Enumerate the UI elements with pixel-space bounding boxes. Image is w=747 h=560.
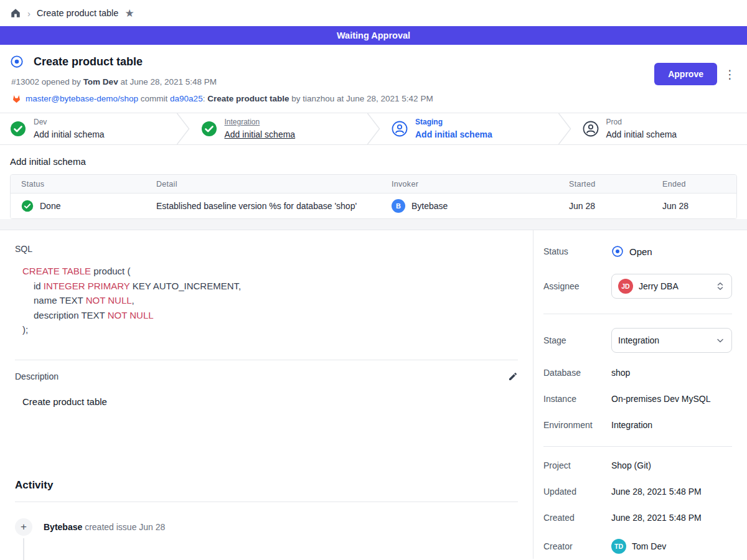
- stage-select[interactable]: Integration: [611, 328, 732, 353]
- activity-actor: Bytebase: [44, 522, 82, 532]
- issue-header: Create product table #13002 opened by To…: [0, 45, 747, 113]
- issue-meta: #13002 opened by Tom Dev at June 28, 202…: [11, 77, 737, 86]
- creator-row: Creator TD Tom Dev: [543, 539, 732, 554]
- description-label: Description: [15, 371, 59, 381]
- assignee-avatar: JD: [618, 279, 633, 294]
- bookmark-star-icon[interactable]: ★: [125, 7, 134, 20]
- approve-button[interactable]: Approve: [654, 63, 717, 85]
- edit-pencil-icon[interactable]: [508, 371, 518, 381]
- description-text: Create product table: [22, 396, 518, 407]
- stage-dev[interactable]: Dev Add initial schema: [0, 113, 175, 144]
- commit-hash-link[interactable]: da90a25: [170, 94, 203, 103]
- environment-value: Integration: [611, 420, 652, 430]
- stage-pending-approval-icon: [392, 121, 408, 137]
- assignee-select[interactable]: JD Jerry DBA: [611, 274, 732, 299]
- main-column: SQL CREATE TABLE product ( id INTEGER PR…: [0, 230, 533, 559]
- approval-banner: Waiting Approval: [0, 26, 747, 45]
- instance-label: Instance: [543, 394, 611, 404]
- stage-task-label[interactable]: Add initial schema: [225, 128, 296, 141]
- commit-by: by tianzhou at June 28, 2021 5:42 PM: [291, 94, 433, 103]
- more-actions-icon[interactable]: ⋮: [724, 63, 736, 85]
- assignee-label: Assignee: [543, 281, 611, 291]
- assignee-row: Assignee JD Jerry DBA: [543, 274, 732, 299]
- sql-line: );: [22, 322, 518, 337]
- approval-banner-text: Waiting Approval: [337, 30, 410, 40]
- stage-separator-icon: [365, 113, 382, 144]
- stage-staging[interactable]: Staging Add initial schema: [382, 113, 557, 144]
- status-label: Status: [543, 246, 611, 256]
- activity-item: + Bytebase created issue Jun 28: [15, 518, 518, 536]
- issue-id-opened: #13002 opened by: [11, 77, 81, 86]
- add-comment-icon[interactable]: +: [15, 518, 32, 536]
- creator-label: Creator: [543, 541, 611, 551]
- database-label: Database: [543, 368, 611, 378]
- table-header: Status Detail Invoker Started Ended: [11, 175, 736, 194]
- project-label: Project: [543, 460, 611, 470]
- stage-done-icon: [201, 121, 217, 137]
- issue-opened-time: at June 28, 2021 5:48 PM: [120, 77, 217, 86]
- issue-author: Tom Dev: [83, 77, 118, 86]
- stage-task-label: Add initial schema: [34, 128, 105, 141]
- sidebar-divider: [543, 314, 732, 314]
- stage-integration[interactable]: Integration Add initial schema: [191, 113, 366, 144]
- stage-prod[interactable]: Prod Add initial schema: [573, 113, 747, 144]
- timeline-connector: [23, 538, 24, 560]
- status-row: Status Open: [543, 245, 732, 258]
- environment-label: Environment: [543, 420, 611, 430]
- stage-env-label: Prod: [606, 117, 677, 128]
- task-table: Status Detail Invoker Started Ended Done…: [10, 174, 737, 219]
- task-started: Jun 28: [558, 201, 652, 211]
- status-open-icon: [611, 245, 624, 258]
- updated-label: Updated: [543, 487, 611, 497]
- stage-task-label: Add initial schema: [415, 128, 492, 141]
- commit-text: master@bytebase-demo/shop commit da90a25…: [26, 94, 433, 103]
- updated-row: Updated June 28, 2021 5:48 PM: [543, 487, 732, 497]
- database-row: Database shop: [543, 368, 732, 378]
- stage-task-label: Add initial schema: [606, 128, 677, 141]
- section-gap: [0, 219, 747, 230]
- task-section: Add initial schema Status Detail Invoker…: [0, 145, 747, 219]
- task-ended: Jun 28: [652, 201, 736, 211]
- activity-heading: Activity: [15, 479, 518, 492]
- sql-line: CREATE TABLE product (: [22, 264, 518, 279]
- stage-label: Stage: [543, 335, 611, 345]
- task-status: Done: [40, 201, 60, 211]
- instance-value: On-premises Dev MySQL: [611, 394, 710, 404]
- breadcrumb-page-title: Create product table: [37, 8, 118, 18]
- stage-env-label: Dev: [34, 117, 105, 128]
- repo-link[interactable]: master@bytebase-demo/shop: [26, 94, 138, 103]
- col-detail: Detail: [146, 180, 381, 189]
- activity-text: Bytebase created issue Jun 28: [44, 522, 165, 532]
- home-icon[interactable]: [10, 7, 21, 19]
- stage-env-label[interactable]: Integration: [225, 117, 296, 128]
- creator-avatar: TD: [611, 539, 626, 554]
- stage-pending-approval-icon: [583, 121, 599, 137]
- created-label: Created: [543, 513, 611, 523]
- stage-done-icon: [10, 121, 26, 137]
- task-detail: Established baseline version %s for data…: [146, 201, 381, 211]
- sql-label: SQL: [15, 244, 518, 254]
- issue-sidebar: Status Open Assignee JD Jerry DBA: [533, 230, 747, 559]
- done-check-icon: [21, 200, 34, 212]
- sidebar-divider: [543, 446, 732, 447]
- project-value: Shop (Git): [611, 460, 651, 470]
- col-invoker: Invoker: [381, 180, 558, 189]
- commit-message: Create product table: [207, 94, 289, 103]
- pipeline: Dev Add initial schema Integration Add i…: [0, 113, 747, 145]
- col-started: Started: [558, 180, 652, 189]
- assignee-value: Jerry DBA: [639, 281, 679, 291]
- table-row: Done Established baseline version %s for…: [11, 194, 736, 218]
- stage-separator-icon: [175, 113, 191, 144]
- chevron-down-icon: [715, 335, 725, 345]
- col-ended: Ended: [652, 180, 736, 189]
- sql-line: id INTEGER PRIMARY KEY AUTO_INCREMENT,: [22, 279, 518, 294]
- stage-separator-icon: [557, 113, 573, 144]
- task-heading: Add initial schema: [10, 156, 737, 167]
- invoker-avatar: B: [392, 199, 405, 213]
- updated-value: June 28, 2021 5:48 PM: [611, 487, 702, 497]
- created-row: Created June 28, 2021 5:48 PM: [543, 513, 732, 523]
- project-row: Project Shop (Git): [543, 460, 732, 470]
- creator-value: Tom Dev: [632, 541, 666, 551]
- status-value: Open: [629, 246, 652, 257]
- gitlab-icon: [11, 93, 22, 104]
